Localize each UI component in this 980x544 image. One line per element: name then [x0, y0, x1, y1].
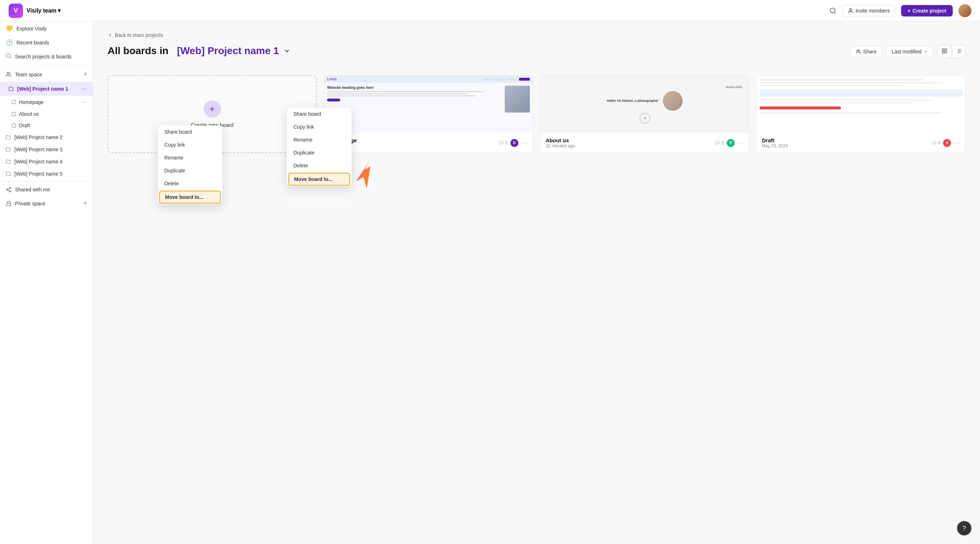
sidebar-item-recent[interactable]: 🕐 Recent boards [0, 35, 93, 49]
svg-point-2 [850, 9, 851, 10]
sidebar-menu-duplicate[interactable]: Duplicate [158, 164, 223, 177]
private-space-add-button[interactable]: + [83, 200, 87, 207]
sidebar-project4[interactable]: [Web] Project name 4 [0, 155, 93, 168]
sidebar-shared-section[interactable]: Shared with me [0, 183, 93, 196]
board-card-aboutus[interactable]: Name-folio Hello! I'm Nelson, a photogra… [540, 75, 749, 153]
sidebar-divider-2 [0, 181, 93, 182]
svg-point-10 [6, 189, 8, 190]
explore-icon: 💛 [6, 25, 13, 32]
svg-rect-6 [12, 100, 16, 104]
svg-rect-14 [6, 203, 11, 206]
sidebar-menu-share[interactable]: Share board [158, 125, 223, 138]
svg-marker-26 [352, 161, 380, 190]
sidebar: 💛 Explore Visily 🕐 Recent boards Search … [0, 22, 93, 544]
sidebar-team-space-section[interactable]: Team space + [0, 67, 93, 82]
svg-line-4 [10, 57, 11, 58]
board-preview-aboutus: Name-folio Hello! I'm Nelson, a photogra… [541, 76, 749, 133]
card-menu-delete[interactable]: Delete [287, 159, 352, 172]
search-button[interactable] [829, 7, 837, 14]
svg-point-15 [857, 50, 859, 52]
card-menu-share[interactable]: Share board [287, 108, 352, 121]
svg-line-1 [834, 12, 836, 13]
create-project-button[interactable]: + Create project [901, 5, 953, 16]
main-layout: 💛 Explore Visily 🕐 Recent boards Search … [0, 22, 980, 544]
board-info-aboutus: About us 32 minutes ago 0 D ⋯ [541, 133, 749, 153]
homepage-card-more-icon[interactable]: ⋯ [521, 139, 528, 147]
sidebar-project2[interactable]: [Web] Project name 2 [0, 131, 93, 143]
invite-members-button[interactable]: Invite members [842, 5, 895, 16]
card-menu-duplicate[interactable]: Duplicate [287, 146, 352, 159]
help-button[interactable]: ? [957, 521, 971, 535]
svg-rect-8 [12, 124, 16, 127]
board-info-homepage: Homepage Just now 0 D ⋯ [324, 133, 533, 153]
board-info-draft: Draft May 23, 2024 0 H ⋯ [757, 133, 965, 153]
content-area: Back to team projects All boards in [Web… [93, 22, 980, 544]
homepage-more-icon[interactable]: ⋯ [81, 98, 87, 105]
svg-rect-7 [12, 112, 16, 116]
view-toggle [938, 45, 966, 58]
team-space-add-button[interactable]: + [83, 71, 87, 78]
topbar-left: V Visily team ▾ [9, 3, 60, 18]
card-menu-copy-link[interactable]: Copy link [287, 121, 352, 133]
homepage-card-context-menu: Share board Copy link Rename Duplicate D… [287, 108, 352, 186]
project1-more-icon[interactable]: ⋯ [81, 85, 87, 92]
svg-point-11 [10, 191, 11, 192]
sidebar-item-explore[interactable]: 💛 Explore Visily [0, 22, 93, 35]
sidebar-item-search[interactable]: Search projects & boards [0, 49, 93, 64]
page-title: All boards in [Web] Project name 1 [108, 45, 291, 57]
sidebar-sub-draft[interactable]: Draft [0, 120, 93, 131]
svg-line-12 [8, 190, 10, 191]
boards-grid: + Create new board LOGO [108, 75, 966, 153]
svg-point-5 [7, 72, 9, 74]
sidebar-item-project1[interactable]: [Web] Project name 1 ⋯ [0, 82, 93, 96]
sidebar-project5[interactable]: [Web] Project name 5 [0, 168, 93, 180]
svg-point-9 [10, 187, 11, 189]
user-avatar[interactable] [958, 4, 971, 17]
search-sidebar-icon [6, 53, 11, 60]
toolbar: Share Last modified [851, 45, 966, 58]
svg-point-3 [6, 54, 10, 58]
sidebar-private-section[interactable]: Private space + [0, 196, 93, 211]
svg-rect-16 [942, 49, 944, 51]
share-button[interactable]: Share [851, 46, 882, 57]
team-space-label: Team space [6, 72, 42, 78]
sidebar-divider-1 [0, 65, 93, 66]
card-menu-move-board[interactable]: Move board to... [288, 173, 350, 186]
svg-rect-18 [942, 51, 944, 53]
board-card-draft[interactable]: Draft May 23, 2024 0 H ⋯ [757, 75, 966, 153]
sidebar-menu-delete[interactable]: Delete [158, 177, 223, 190]
sort-button[interactable]: Last modified [886, 46, 933, 57]
sidebar-project3[interactable]: [Web] Project name 3 [0, 143, 93, 155]
board-card-homepage[interactable]: LOGO Website heading goes here [324, 75, 533, 153]
card-menu-rename[interactable]: Rename [287, 133, 352, 146]
grid-view-button[interactable] [938, 45, 951, 58]
arrow-indicator [352, 161, 380, 194]
draft-card-more-icon[interactable]: ⋯ [954, 139, 960, 147]
topbar: V Visily team ▾ Invite members + Create … [0, 0, 980, 22]
sidebar-menu-rename[interactable]: Rename [158, 151, 223, 164]
list-view-button[interactable] [952, 45, 966, 58]
svg-rect-19 [945, 51, 947, 53]
sidebar-context-menu: Share board Copy link Rename Duplicate D… [158, 125, 223, 204]
topbar-right: Invite members + Create project [829, 4, 971, 17]
team-name-button[interactable]: Visily team ▾ [27, 7, 60, 14]
svg-point-0 [830, 8, 835, 13]
sidebar-menu-move-board[interactable]: Move board to... [159, 191, 221, 203]
sidebar-sub-homepage[interactable]: Homepage ⋯ [0, 96, 93, 108]
board-preview-homepage: LOGO Website heading goes here [324, 76, 533, 133]
back-link[interactable]: Back to team projects [108, 32, 966, 38]
app-logo: V [9, 3, 23, 18]
sidebar-menu-copy-link[interactable]: Copy link [158, 138, 223, 151]
svg-rect-17 [945, 49, 947, 51]
sidebar-sub-aboutus[interactable]: About us [0, 108, 93, 120]
new-board-plus-icon: + [204, 100, 221, 117]
aboutus-card-more-icon[interactable]: ⋯ [738, 139, 744, 147]
recent-icon: 🕐 [6, 39, 13, 46]
board-preview-draft [757, 76, 965, 133]
svg-line-13 [8, 188, 10, 189]
